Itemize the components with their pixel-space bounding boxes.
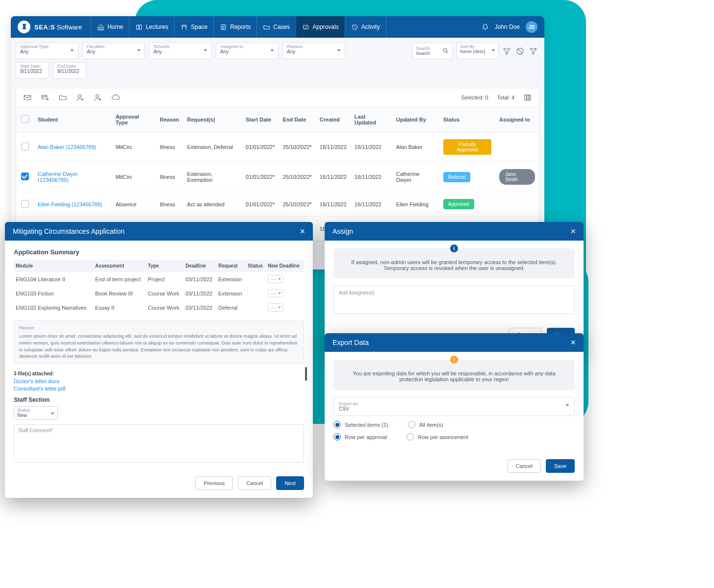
- student-link[interactable]: Catherine Dwyer (123456789): [38, 171, 78, 183]
- dialog-footer: Cancel Save: [325, 453, 584, 481]
- cell-status: [246, 286, 266, 300]
- student-link[interactable]: Ellen Fielding (123456789): [38, 201, 102, 207]
- scroll-thumb[interactable]: [305, 367, 307, 381]
- cloud-export-icon[interactable]: [111, 93, 120, 102]
- row-checkbox[interactable]: [21, 143, 29, 150]
- cell-end: 25/10/2022*: [279, 162, 315, 192]
- attachment-link[interactable]: Consultant's letter.pdf: [14, 386, 304, 392]
- approvals-table-wrap: StudentApproval TypeReasonRequest(s)Star…: [16, 107, 539, 242]
- table-row[interactable]: Ellen Fielding (123456789)AbsenceIllness…: [16, 192, 539, 217]
- close-icon[interactable]: ×: [300, 226, 305, 237]
- cell-reason: Illness: [156, 132, 183, 162]
- activity-icon: [351, 24, 358, 31]
- nav-activity[interactable]: Activity: [345, 16, 386, 38]
- files-attached-label: 3 file(s) attached:: [14, 371, 304, 376]
- close-icon[interactable]: ×: [570, 226, 576, 237]
- cell-status: [246, 300, 266, 315]
- cell-module: ENG102 Exploring Narratives: [14, 300, 93, 315]
- cancel-button[interactable]: Cancel: [508, 459, 541, 473]
- radio-row-per-assessment[interactable]: Row per assessment: [407, 433, 468, 441]
- cell-updated-by: Ellen Fielding: [392, 192, 439, 217]
- filter-end-date[interactable]: End Date: 9/11/2022: [53, 62, 86, 79]
- nav-approvals[interactable]: Approvals: [296, 16, 344, 38]
- filter-schools[interactable]: Schools: Any: [149, 43, 212, 59]
- svg-point-9: [96, 95, 99, 98]
- column-header: Deadline: [183, 260, 216, 272]
- clear-filters-icon[interactable]: [516, 47, 524, 55]
- filter-start-date[interactable]: Start Date: 9/11/2022: [16, 62, 49, 79]
- row-checkbox[interactable]: [21, 172, 29, 180]
- export-as-select[interactable]: Export as: CSV: [333, 397, 575, 416]
- cell-reason: Illness: [156, 162, 183, 192]
- previous-button[interactable]: Previous: [195, 476, 233, 490]
- filter-faculties[interactable]: Faculties: Any: [82, 43, 145, 59]
- student-link[interactable]: Alan Baker (123456789): [38, 144, 96, 150]
- user-add-icon[interactable]: [76, 93, 85, 102]
- filter-assigned-to[interactable]: Assigned to Any: [216, 43, 279, 59]
- select-all-header[interactable]: [16, 107, 34, 132]
- space-icon: [180, 24, 188, 31]
- cell-requests: Extension, Exemption: [183, 162, 242, 192]
- column-header: Created: [316, 107, 351, 132]
- cell-requests: Extension, Deferral: [183, 132, 242, 162]
- mail-icon[interactable]: [23, 93, 32, 102]
- search-input[interactable]: Search Search: [412, 43, 453, 59]
- radio-selected-items[interactable]: Selected items (1): [333, 421, 388, 428]
- cell-updated: 16/11/2022: [351, 132, 392, 162]
- top-bar-right: John Doe JD: [482, 21, 537, 33]
- mitigating-circumstances-dialog: Mitigating Circumstances Application × A…: [5, 222, 313, 498]
- reports-icon: [220, 24, 227, 31]
- staff-status-select[interactable]: Status: New: [14, 406, 58, 419]
- user-name[interactable]: John Doe: [495, 24, 520, 30]
- row-checkbox[interactable]: [21, 200, 29, 208]
- attachment-link[interactable]: Doctor's letter.docx: [14, 378, 304, 384]
- new-deadline-select[interactable]: - -: [268, 303, 283, 312]
- folder-icon[interactable]: [58, 93, 67, 102]
- nav-home[interactable]: Home: [91, 16, 129, 38]
- staff-section: Staff Section Status: New Staff Comment*: [14, 396, 304, 463]
- nav-cases[interactable]: Cases: [256, 16, 296, 38]
- user-remove-icon[interactable]: [94, 93, 102, 102]
- nav-reports[interactable]: Reports: [213, 16, 256, 38]
- radio-row-per-approval[interactable]: Row per approval: [333, 433, 387, 441]
- next-button[interactable]: Next: [276, 476, 304, 490]
- cell-updated: 16/11/2022: [351, 162, 392, 192]
- table-row[interactable]: Alan Baker (123456789)MitCircIllnessExte…: [16, 132, 539, 162]
- user-avatar[interactable]: JD: [526, 21, 537, 33]
- cell-reason: Illness: [156, 192, 183, 217]
- date-filters-row: Start Date: 9/11/2022 End Date: 9/11/202…: [11, 62, 544, 84]
- cell-deadline: 03/11/2022: [183, 300, 216, 315]
- sort-by-select[interactable]: Sort By Name (desc): [457, 43, 499, 59]
- cell-updated-by: Alan Baker: [392, 132, 439, 162]
- save-button[interactable]: Save: [546, 459, 575, 473]
- column-header: Request(s): [183, 107, 242, 132]
- filter-reason[interactable]: Reason: Any: [282, 43, 345, 59]
- cell-start: 01/01/2022*: [242, 132, 279, 162]
- staff-comment-input[interactable]: Staff Comment*: [14, 424, 304, 463]
- close-icon[interactable]: ×: [570, 338, 576, 348]
- add-assignee-input[interactable]: Add Assignee(s): [333, 286, 575, 314]
- funnel-add-icon[interactable]: [529, 47, 537, 55]
- approvals-icon: [302, 24, 309, 31]
- table-row[interactable]: Catherine Dwyer (123456789)MitCircIllnes…: [16, 162, 539, 192]
- top-bar: SEA:S Software HomeLecturesSpaceReportsC…: [11, 16, 544, 38]
- funnel-icon[interactable]: [503, 47, 511, 55]
- cell-assessment: Essay II: [93, 300, 146, 315]
- column-header: Start Date: [242, 107, 279, 132]
- columns-icon[interactable]: [523, 93, 532, 102]
- new-deadline-select[interactable]: - -: [268, 275, 283, 283]
- svg-rect-11: [525, 95, 527, 100]
- cancel-button[interactable]: Cancel: [238, 476, 271, 490]
- nav-space[interactable]: Space: [174, 16, 213, 38]
- summary-row: ENG104 Literature IIEnd of term projectP…: [14, 272, 304, 286]
- nav-lectures[interactable]: Lectures: [129, 16, 174, 38]
- filter-approval-type[interactable]: Approval Type: Any: [16, 43, 78, 59]
- bell-icon[interactable]: [482, 24, 489, 31]
- select-all-checkbox[interactable]: [21, 115, 29, 123]
- filters-row: Approval Type: Any Faculties: Any School…: [11, 38, 544, 62]
- mail-remove-icon[interactable]: [41, 93, 50, 102]
- new-deadline-select[interactable]: - -: [268, 289, 283, 297]
- radio-all-items[interactable]: All item(s): [408, 421, 443, 428]
- cell-assessment: End of term project: [93, 272, 146, 286]
- column-header: Approval Type: [112, 107, 156, 132]
